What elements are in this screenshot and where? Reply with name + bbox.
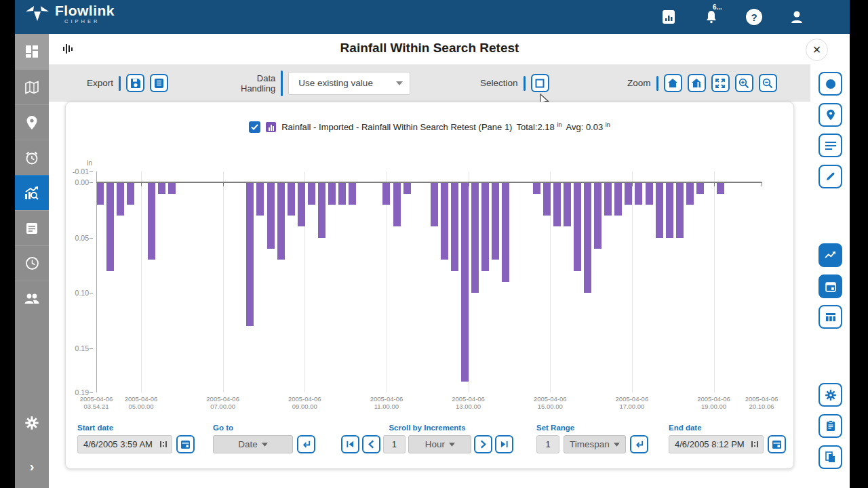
data-handling-select[interactable]: Use existing value	[288, 72, 410, 95]
set-range-count-input[interactable]: 1	[536, 435, 559, 453]
sidebar-item-alarms[interactable]	[15, 140, 49, 175]
rainfall-bar[interactable]	[564, 182, 571, 226]
rainfall-bar[interactable]	[431, 182, 438, 226]
clipboard-button[interactable]	[818, 414, 842, 438]
help-button[interactable]: ?	[745, 8, 763, 26]
sidebar-item-analysis[interactable]	[15, 175, 49, 210]
rainfall-bar[interactable]	[594, 182, 601, 249]
go-to-select[interactable]: Date	[213, 435, 293, 453]
set-range-unit-select[interactable]: Timespan	[564, 435, 626, 453]
export-report-button[interactable]	[150, 74, 168, 92]
sidebar-item-settings[interactable]	[15, 405, 49, 441]
scroll-count-input[interactable]: 1	[383, 435, 406, 453]
rainfall-bar[interactable]	[646, 182, 653, 205]
location-pin-button[interactable]	[818, 103, 842, 127]
sidebar-collapse-toggle[interactable]: ›	[15, 449, 49, 484]
zoom-out-button[interactable]	[759, 74, 777, 92]
zoom-home-data-button[interactable]	[688, 74, 706, 92]
rainfall-bar[interactable]	[96, 182, 104, 205]
scroll-unit-select[interactable]: Hour	[408, 435, 471, 453]
rainfall-bar[interactable]	[574, 182, 581, 270]
rainfall-bar[interactable]	[288, 182, 295, 216]
end-date-calendar-button[interactable]	[768, 435, 786, 453]
edit-pencil-button[interactable]	[818, 165, 842, 188]
start-date-calendar-button[interactable]	[176, 435, 195, 453]
sidebar-item-map[interactable]	[15, 69, 49, 104]
reports-panel-button[interactable]	[660, 8, 677, 26]
rainfall-bar[interactable]	[308, 182, 315, 205]
rainfall-bar[interactable]	[481, 182, 489, 270]
plot-area[interactable]	[96, 171, 762, 392]
calendar-view-button[interactable]	[818, 274, 842, 298]
rainfall-bar[interactable]	[168, 182, 176, 193]
rainfall-bar[interactable]	[451, 182, 458, 270]
rainfall-bar[interactable]	[318, 182, 326, 238]
scroll-back-button[interactable]	[362, 435, 380, 453]
rainfall-bar[interactable]	[298, 182, 305, 226]
rainfall-bar[interactable]	[148, 182, 155, 260]
rainfall-bar[interactable]	[604, 182, 612, 216]
rainfall-bar[interactable]	[686, 182, 694, 205]
rainfall-bar[interactable]	[614, 182, 622, 216]
rainfall-bar[interactable]	[267, 182, 275, 249]
sidebar-item-users[interactable]	[15, 281, 49, 316]
rainfall-bar[interactable]	[666, 182, 673, 238]
go-to-apply-button[interactable]	[297, 435, 315, 453]
rainfall-bar[interactable]	[382, 182, 390, 205]
skip-to-start-button[interactable]	[341, 435, 359, 453]
rainfall-bar[interactable]	[696, 182, 704, 193]
rainfall-bar[interactable]	[502, 182, 509, 282]
sidebar-item-reports[interactable]	[15, 210, 49, 245]
settings-gear-button[interactable]	[818, 383, 842, 407]
zoom-extents-button[interactable]	[711, 74, 730, 92]
rainfall-bar[interactable]	[461, 182, 469, 381]
rainfall-bar[interactable]	[656, 182, 663, 238]
rainfall-bar[interactable]	[635, 182, 642, 205]
rainfall-bar[interactable]	[117, 182, 124, 216]
sidebar-item-history[interactable]	[15, 245, 49, 281]
rainfall-bar[interactable]	[349, 182, 356, 205]
rainfall-bar[interactable]	[441, 182, 448, 260]
rainfall-bar[interactable]	[393, 182, 401, 226]
export-save-button[interactable]	[126, 74, 144, 92]
rainfall-bar[interactable]	[533, 182, 540, 193]
chevron-down-icon	[262, 443, 268, 447]
rainfall-bar[interactable]	[553, 182, 561, 226]
notes-lines-button[interactable]	[818, 134, 842, 157]
line-chart-view-button[interactable]	[818, 243, 842, 267]
rainfall-bar[interactable]	[246, 182, 254, 326]
rainfall-bar[interactable]	[158, 182, 165, 193]
rainfall-bar[interactable]	[471, 182, 479, 293]
sidebar-item-locations[interactable]	[15, 104, 49, 140]
rainfall-bar[interactable]	[403, 182, 411, 193]
user-button[interactable]	[788, 8, 806, 26]
zoom-home-button[interactable]	[664, 74, 682, 92]
skip-to-end-button[interactable]	[495, 435, 513, 453]
flowlink-logo[interactable]: Flowlink CIPHER	[24, 3, 115, 24]
scroll-forward-button[interactable]	[474, 435, 492, 453]
rainfall-bar[interactable]	[338, 182, 346, 205]
rainfall-bar[interactable]	[277, 182, 285, 260]
text-lines-icon	[825, 142, 836, 150]
rainfall-bar[interactable]	[584, 182, 591, 293]
rainfall-bar[interactable]	[328, 182, 336, 205]
selection-box-button[interactable]	[531, 74, 549, 92]
rainfall-bar[interactable]	[256, 182, 264, 216]
rainfall-bar[interactable]	[106, 182, 114, 270]
copy-button[interactable]	[818, 445, 842, 469]
rainfall-bar[interactable]	[717, 182, 724, 193]
end-date-input[interactable]: 4/6/2005 8:12 PM	[669, 435, 764, 453]
rainfall-bar[interactable]	[127, 182, 134, 205]
zoom-in-button[interactable]	[735, 74, 753, 92]
table-view-button[interactable]	[818, 305, 842, 329]
marker-circle-button[interactable]	[818, 72, 842, 96]
rainfall-bar[interactable]	[492, 182, 499, 260]
rainfall-bar[interactable]	[676, 182, 684, 238]
start-date-input[interactable]: 4/6/2005 3:59 AM	[77, 435, 172, 453]
rainfall-bar[interactable]	[543, 182, 551, 216]
notifications-button[interactable]: 6...	[703, 8, 720, 26]
rainfall-bar[interactable]	[625, 182, 632, 205]
set-range-apply-button[interactable]	[630, 435, 648, 453]
close-button[interactable]: ✕	[806, 39, 828, 61]
sidebar-item-dashboard[interactable]	[15, 34, 49, 69]
